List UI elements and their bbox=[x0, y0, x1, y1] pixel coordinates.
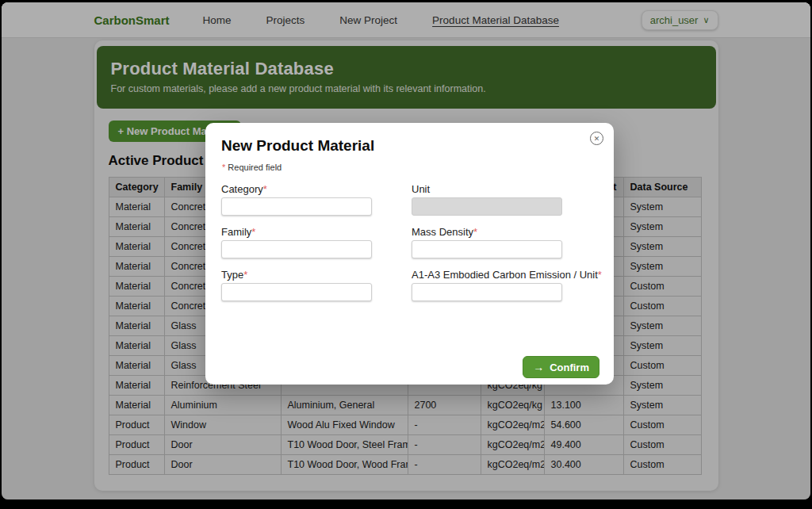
family-input[interactable] bbox=[221, 240, 372, 258]
required-asterisk: * bbox=[222, 163, 225, 172]
mass-density-input[interactable] bbox=[412, 240, 562, 258]
confirm-button[interactable]: → Confirm bbox=[523, 356, 599, 378]
field-type: Type* bbox=[221, 269, 372, 301]
type-input[interactable] bbox=[221, 283, 372, 301]
confirm-label: Confirm bbox=[550, 362, 589, 373]
required-field-note: * Required field bbox=[222, 163, 614, 172]
family-label: Family* bbox=[221, 226, 372, 238]
modal-title: New Product Material bbox=[221, 137, 614, 155]
category-input[interactable] bbox=[221, 197, 372, 216]
category-label: Category* bbox=[221, 183, 372, 195]
unit-label: Unit bbox=[412, 183, 562, 195]
mass-density-label: Mass Density* bbox=[412, 226, 562, 238]
type-label: Type* bbox=[221, 269, 372, 281]
new-product-material-modal: ✕ New Product Material * Required field … bbox=[205, 123, 614, 385]
app-window: CarbonSmart Home Projects New Project Pr… bbox=[2, 2, 810, 499]
arrow-right-icon: → bbox=[533, 361, 544, 373]
field-emission: A1-A3 Embodied Carbon Emission / Unit* bbox=[412, 269, 562, 301]
field-unit: Unit bbox=[412, 183, 562, 216]
field-category: Category* bbox=[221, 183, 372, 216]
field-mass-density: Mass Density* bbox=[412, 226, 562, 258]
unit-input bbox=[412, 197, 562, 216]
required-note-text: Required field bbox=[228, 163, 282, 172]
field-family: Family* bbox=[221, 226, 372, 258]
close-icon[interactable]: ✕ bbox=[590, 132, 603, 145]
emission-input[interactable] bbox=[412, 283, 562, 301]
emission-label: A1-A3 Embodied Carbon Emission / Unit* bbox=[412, 269, 562, 281]
